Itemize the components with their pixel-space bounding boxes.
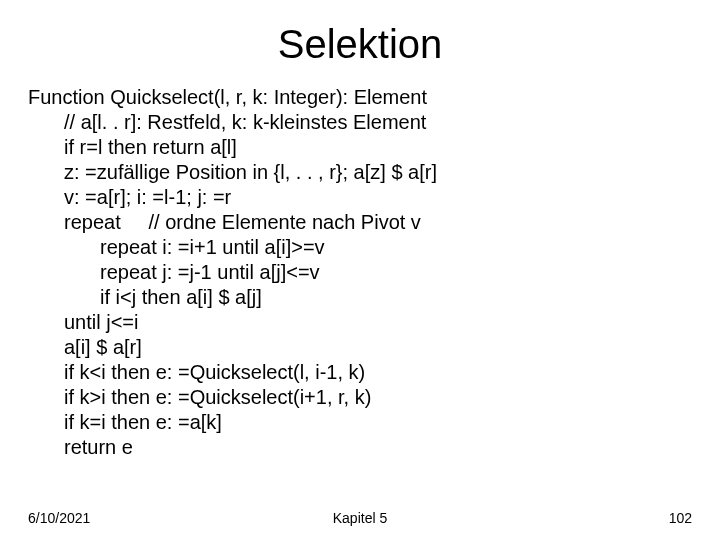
code-line: repeat // ordne Elemente nach Pivot v [28,210,692,235]
code-line: return e [28,435,692,460]
code-line: Function Quickselect(l, r, k: Integer): … [28,85,692,110]
slide: Selektion Function Quickselect(l, r, k: … [0,0,720,540]
code-line: z: =zufällige Position in {l, . . , r}; … [28,160,692,185]
code-line: a[i] $ a[r] [28,335,692,360]
code-line: if i<j then a[i] $ a[j] [28,285,692,310]
code-line: v: =a[r]; i: =l-1; j: =r [28,185,692,210]
footer-page-number: 102 [669,510,692,526]
slide-body: Function Quickselect(l, r, k: Integer): … [0,85,720,460]
footer-chapter: Kapitel 5 [0,510,720,526]
code-line: if k=i then e: =a[k] [28,410,692,435]
code-line: // a[l. . r]: Restfeld, k: k-kleinstes E… [28,110,692,135]
slide-title: Selektion [0,0,720,85]
code-line: if k>i then e: =Quickselect(i+1, r, k) [28,385,692,410]
code-line: if k<i then e: =Quickselect(l, i-1, k) [28,360,692,385]
code-line: if r=l then return a[l] [28,135,692,160]
code-line: until j<=i [28,310,692,335]
code-line: repeat i: =i+1 until a[i]>=v [28,235,692,260]
code-line: repeat j: =j-1 until a[j]<=v [28,260,692,285]
